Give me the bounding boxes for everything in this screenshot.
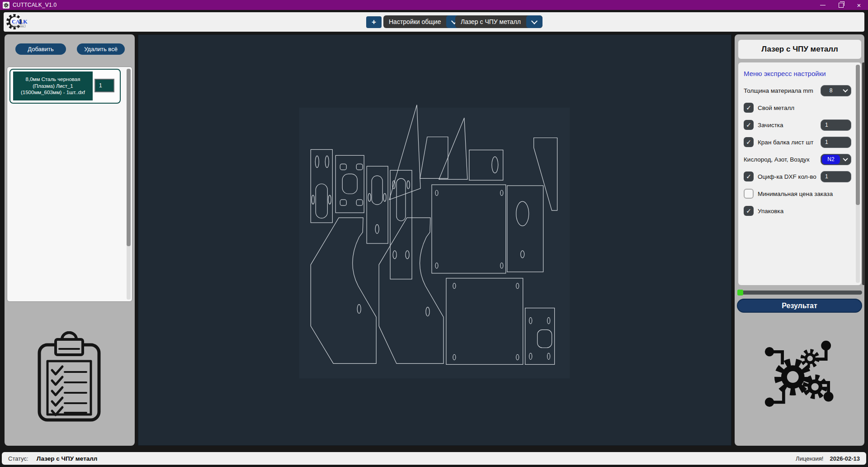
app-icon [3,2,9,9]
file-qty-input[interactable]: 1 [94,79,114,92]
setting-label: Минимальная цена заказа [758,191,833,197]
checkbox-checked[interactable]: ✓ [744,206,754,216]
close-button[interactable]: × [850,0,868,10]
window-title: CUTTCALK_V1.0 [13,2,57,8]
restore-button[interactable] [832,0,850,10]
toolbar: CALK Technical Applications + Настройки … [4,12,864,32]
setting-row-1: ✓Свой металл [738,99,861,116]
panel-scrollbar[interactable] [862,62,865,285]
add-file-button[interactable]: Добавить [15,43,66,55]
titlebar: CUTTCALK_V1.0 × [0,0,868,10]
setting-row-7: ✓Упаковка [738,202,861,219]
setting-label: Оциф-ка DXF кол-во [758,173,816,180]
scrollbar-thumb[interactable] [856,65,860,205]
dropdown-value: N2 [822,155,840,164]
setting-label: Упаковка [758,208,783,214]
checkbox-checked[interactable]: ✓ [744,172,754,181]
scrollbar-thumb[interactable] [127,69,131,246]
calk-logo: CALK Technical Applications [6,13,28,31]
checkbox-checked[interactable]: ✓ [744,103,754,113]
checkbox-checked[interactable]: ✓ [744,137,754,147]
settings-rows: Толщина материала mm8✓Свой металл✓Зачист… [738,82,861,219]
chevron-down-icon[interactable] [526,15,542,28]
status-value: Лазер с ЧПУ металл [37,455,98,462]
dropdown-value: 8 [822,86,840,95]
number-input[interactable]: 1 [821,137,851,148]
status-bar: Статус: Лазер с ЧПУ металл Лицензия! 202… [2,452,866,465]
svg-text:Technical Applications: Technical Applications [13,25,24,27]
setting-row-0: Толщина материала mm8 [738,82,861,99]
svg-text:CALK: CALK [12,19,28,25]
minimize-button[interactable] [814,0,832,10]
result-button[interactable]: Результат [737,299,862,313]
panel-title: Лазер с ЧПУ металл [738,40,861,59]
checklist-clipboard-icon [33,326,105,426]
setting-row-6: Минимальная цена заказа [738,185,861,202]
checkbox-checked[interactable]: ✓ [744,120,754,130]
license-date: 2026-02-13 [830,455,860,462]
file-list: 8,0мм Сталь черновая (Плазма) Лист_1 (15… [7,67,132,302]
restore-icon [839,3,844,8]
setting-label: Кислород, Азот, Воздух [744,156,810,163]
chevron-down-icon[interactable] [840,157,851,161]
menu-title: Меню экспресс настройки [744,70,861,77]
settings-scrollbar[interactable] [856,65,860,283]
file-name-label: 8,0мм Сталь черновая (Плазма) Лист_1 (15… [13,71,93,100]
file-list-item[interactable]: 8,0мм Сталь черновая (Плазма) Лист_1 (15… [9,69,121,104]
setting-label: Толщина материала mm [744,87,813,94]
file-list-scrollbar[interactable] [127,69,131,300]
delete-all-button[interactable]: Удалить всё [77,43,125,55]
close-icon: × [857,2,861,9]
setting-row-5: ✓Оциф-ка DXF кол-во1 [738,168,861,185]
checkbox-unchecked[interactable] [744,189,754,199]
progress-indicator [737,290,743,295]
files-panel: Добавить Удалить всё 8,0мм Сталь чернова… [5,34,135,446]
settings-dropdown-label: Настройки общие [383,18,446,25]
setting-row-4: Кислород, Азот, ВоздухN2 [738,151,861,168]
chevron-down-icon[interactable] [840,89,851,92]
dxf-preview [138,35,731,445]
sheet-outline [299,108,570,379]
value-dropdown[interactable]: N2 [821,154,851,165]
setting-label: Свой металл [758,105,794,111]
mode-dropdown[interactable]: Лазер с ЧПУ металл [455,15,542,28]
value-dropdown[interactable]: 8 [821,85,851,96]
express-settings-panel: Лазер с ЧПУ металл Меню экспресс настрой… [735,34,864,446]
number-input[interactable]: 1 [821,119,851,131]
setting-label: Кран балка лист шт [758,139,813,146]
minimize-icon [820,5,826,5]
status-label: Статус: [8,455,28,462]
add-tab-button[interactable]: + [366,16,382,28]
settings-dropdown[interactable]: Настройки общие [383,15,462,28]
setting-label: Зачистка [758,122,783,129]
setting-row-3: ✓Кран балка лист шт1 [738,133,861,151]
app-window: CUTTCALK_V1.0 × CALK Technical Applicati… [0,0,868,467]
express-settings-card: Меню экспресс настройки Толщина материал… [738,62,861,285]
gears-icon [761,329,838,425]
number-input[interactable]: 1 [821,171,851,182]
mode-dropdown-label: Лазер с ЧПУ металл [455,18,526,25]
setting-row-2: ✓Зачистка1 [738,116,861,133]
progress-bar [737,291,862,295]
nesting-canvas[interactable] [138,34,731,446]
license-label: Лицензия! [796,455,823,462]
